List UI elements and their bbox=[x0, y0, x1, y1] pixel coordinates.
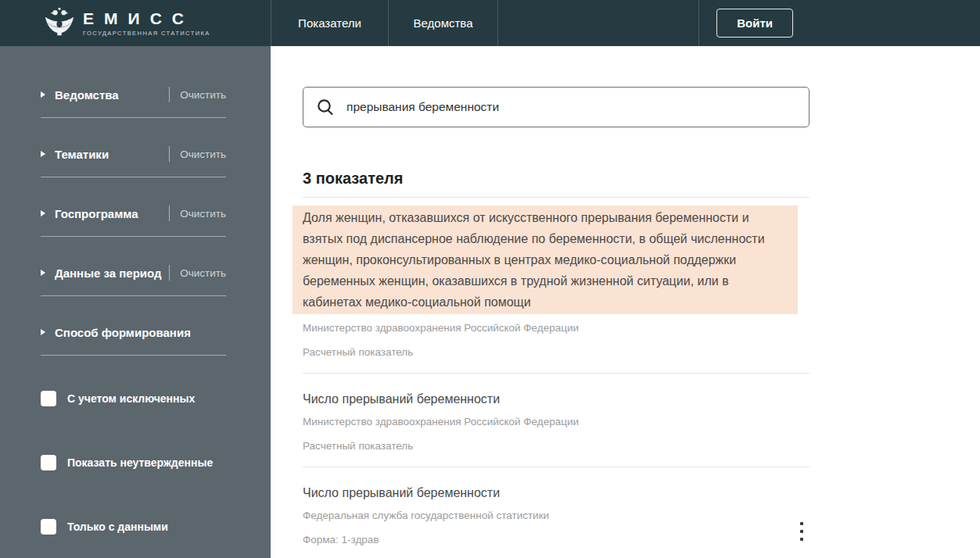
login-button[interactable]: Войти bbox=[716, 9, 793, 38]
emblem-eagle-icon bbox=[44, 5, 75, 41]
divider bbox=[169, 87, 170, 102]
result-title[interactable]: Число прерываний беременности bbox=[303, 485, 809, 502]
result-organization: Федеральная служба государственной стати… bbox=[303, 508, 809, 524]
filter-topics[interactable]: Тематики Очистить bbox=[41, 146, 226, 162]
checkbox-show-unapproved[interactable]: Показать неутвержденные bbox=[41, 455, 226, 470]
result-item-2: Число прерываний беременности Министерст… bbox=[303, 391, 809, 467]
expand-arrow-icon bbox=[41, 91, 45, 98]
filter-block-period: Данные за период Очистить bbox=[41, 265, 226, 296]
divider bbox=[303, 467, 809, 467]
divider bbox=[41, 355, 226, 356]
divider bbox=[303, 373, 809, 374]
divider bbox=[41, 117, 226, 118]
main-panel: 3 показателя Доля женщин, отказавшихся о… bbox=[271, 46, 980, 558]
header-spacer bbox=[498, 0, 698, 46]
result-organization: Министерство здравоохранения Российской … bbox=[303, 320, 809, 336]
logo-subtitle: ГОСУДАРСТВЕННАЯ СТАТИСТИКА bbox=[83, 30, 210, 37]
search-input[interactable] bbox=[345, 99, 797, 115]
kebab-menu-icon[interactable] bbox=[794, 522, 809, 541]
result-organization: Министерство здравоохранения Российской … bbox=[303, 414, 809, 430]
checkbox-icon[interactable] bbox=[41, 391, 56, 406]
result-kind: Расчетный показатель bbox=[303, 438, 809, 454]
checkbox-section: С учетом исключенных Показать неутвержде… bbox=[41, 391, 226, 535]
checkbox-label: Только с данными bbox=[67, 520, 168, 533]
expand-arrow-icon bbox=[41, 329, 45, 335]
checkbox-only-with-data[interactable]: Только с данными bbox=[41, 519, 226, 535]
result-title-highlighted[interactable]: Доля женщин, отказавшихся от искусственн… bbox=[293, 206, 798, 314]
divider bbox=[169, 146, 170, 162]
filter-method[interactable]: Способ формирования bbox=[41, 324, 226, 340]
filter-period[interactable]: Данные за период Очистить bbox=[41, 265, 226, 281]
clear-topics-button[interactable]: Очистить bbox=[180, 148, 226, 160]
checkbox-include-excluded[interactable]: С учетом исключенных bbox=[41, 391, 226, 406]
clear-gosprogram-button[interactable]: Очистить bbox=[180, 208, 226, 220]
filter-label: Госпрограмма bbox=[55, 207, 166, 220]
result-item-1: Доля женщин, отказавшихся от искусственн… bbox=[303, 206, 809, 374]
filter-sidebar: Ведомства Очистить Тематики Очистить Гос… bbox=[0, 46, 271, 558]
result-kind: Расчетный показатель bbox=[303, 345, 809, 360]
checkbox-icon[interactable] bbox=[41, 519, 56, 535]
result-title[interactable]: Число прерываний беременности bbox=[303, 391, 809, 408]
expand-arrow-icon bbox=[41, 210, 45, 216]
logo[interactable]: ЕМИСС ГОСУДАРСТВЕННАЯ СТАТИСТИКА bbox=[0, 0, 271, 46]
filter-agencies[interactable]: Ведомства Очистить bbox=[41, 87, 226, 102]
content: Ведомства Очистить Тематики Очистить Гос… bbox=[0, 46, 980, 558]
logo-text: ЕМИСС ГОСУДАРСТВЕННАЯ СТАТИСТИКА bbox=[83, 10, 210, 37]
search-box[interactable] bbox=[303, 87, 809, 127]
filter-label: Данные за период bbox=[55, 266, 166, 280]
result-kind: Форма: 1-здрав bbox=[303, 532, 809, 548]
logo-title: ЕМИСС bbox=[83, 10, 210, 27]
search-icon bbox=[315, 97, 336, 117]
nav-item-indicators[interactable]: Показатели bbox=[271, 0, 388, 46]
divider bbox=[169, 206, 170, 221]
checkbox-label: Показать неутвержденные bbox=[67, 456, 213, 469]
checkbox-label: С учетом исключенных bbox=[67, 392, 195, 405]
divider bbox=[41, 295, 226, 296]
expand-arrow-icon bbox=[41, 270, 45, 276]
results-count: 3 показателя bbox=[303, 170, 980, 188]
clear-agencies-button[interactable]: Очистить bbox=[180, 89, 226, 101]
filter-block-agencies: Ведомства Очистить bbox=[41, 87, 226, 118]
checkbox-icon[interactable] bbox=[41, 455, 56, 470]
filter-label: Ведомства bbox=[55, 88, 166, 102]
clear-period-button[interactable]: Очистить bbox=[180, 267, 226, 279]
divider bbox=[303, 197, 809, 198]
expand-arrow-icon bbox=[41, 151, 45, 157]
header-right-pad bbox=[810, 0, 980, 46]
login-cell: Войти bbox=[698, 0, 810, 46]
results-list: Доля женщин, отказавшихся от искусственн… bbox=[303, 197, 809, 558]
divider bbox=[41, 236, 226, 237]
filter-block-topics: Тематики Очистить bbox=[41, 146, 226, 177]
nav-item-agencies[interactable]: Ведомства bbox=[388, 0, 498, 46]
filter-block-gosprogram: Госпрограмма Очистить bbox=[41, 206, 226, 237]
divider bbox=[169, 265, 170, 281]
filter-label: Тематики bbox=[55, 148, 166, 161]
result-item-3: Число прерываний беременности Федеральна… bbox=[303, 485, 809, 558]
filter-block-method: Способ формирования bbox=[41, 324, 226, 356]
filter-label: Способ формирования bbox=[55, 326, 226, 339]
filter-gosprogram[interactable]: Госпрограмма Очистить bbox=[41, 206, 226, 221]
divider bbox=[41, 177, 226, 177]
header: ЕМИСС ГОСУДАРСТВЕННАЯ СТАТИСТИКА Показат… bbox=[0, 0, 980, 46]
